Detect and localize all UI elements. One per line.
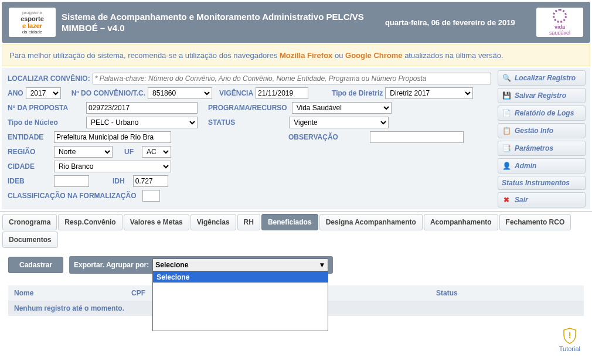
ideb-label: IDEB [8,177,52,185]
circle-icon [553,9,567,23]
dropdown-option[interactable]: Beneficiados (Ativos) x Núcleos/Subnúcle… [153,301,328,320]
classificacao-input[interactable] [142,190,160,202]
notice-prefix: Para melhor utilização do sistema, recom… [9,51,280,60]
tipo-nucleo-label: Tipo de Núcleo [8,118,84,127]
notice-browser2: Google Chrome [345,51,403,60]
tipo-nucleo-select[interactable]: PELC - Urbano [86,117,198,128]
btn-label: Status Instrumentos [502,179,570,187]
n-convenio-select[interactable]: 851860 [148,87,212,99]
btn-label: Parâmetros [515,144,553,152]
tab-rh[interactable]: RH [237,214,260,230]
logo-line: vida [554,24,565,30]
notice-suffix: atualizados na última versão. [403,51,503,60]
tab-resp-convenio[interactable]: Resp.Convênio [58,214,122,230]
logo-vida-saudavel: vida saudável [536,8,583,37]
shield-icon: ! [563,328,577,344]
programa-recurso-select[interactable]: Vida Saudável [292,102,392,114]
relatorio-logs-button[interactable]: 📄Relatório de Logs [498,106,586,121]
tab-vigencias[interactable]: Vigências [190,214,236,230]
tipo-diretriz-select[interactable]: Diretriz 2017 [385,87,473,99]
logo-line: e lazer [21,22,44,29]
idh-input[interactable] [133,175,168,187]
report-icon: 📄 [502,108,511,118]
notice-browser1: Mozilla Firefox [280,51,332,60]
dropdown-option[interactable]: Beneficiados (Ativos) x Núcleos/Subnúcle… [153,283,328,301]
localizar-convenio-input[interactable] [93,73,491,84]
observacao-label: OBSERVAÇÃO [288,133,338,141]
gestao-info-button[interactable]: 📋Gestão Info [498,123,586,138]
uf-select[interactable]: AC [142,146,171,158]
admin-icon: 👤 [502,161,511,171]
n-proposta-input[interactable] [86,102,198,114]
btn-label: Salvar Registro [515,91,566,100]
title-line2: MIMBOÉ – v4.0 [62,22,364,34]
empty-message: Nenhum registro até o momento. [14,304,124,312]
vigencia-input[interactable] [256,87,308,99]
dropdown-option[interactable]: Núcleos/Subnúcleos x Beneficiados [153,320,328,331]
dropdown-option[interactable]: Selecione [153,272,328,283]
status-instrumentos-button[interactable]: Status Instrumentos [498,176,586,190]
select-display: Selecione [155,261,188,269]
tutorial-label: Tutorial [559,345,580,352]
programa-recurso-label: PROGRAMA/RECURSO [208,104,287,112]
app-title: Sistema de Acompanhamento e Monitorament… [62,11,364,34]
sair-button[interactable]: ✖Sair [498,192,586,207]
cadastrar-button[interactable]: Cadastrar [8,257,63,273]
tutorial-link[interactable]: ! Tutorial [559,328,580,352]
exportar-dropdown: Selecione Beneficiados (Ativos) x Núcleo… [152,271,328,331]
header-left: programa esporte e lazer da cidade Siste… [9,8,364,37]
search-form-panel: LOCALIZAR CONVÊNIO: ANO 2017 Nº DO CONVÊ… [2,68,590,209]
ano-select[interactable]: 2017 [26,87,61,99]
exportar-select[interactable]: Selecione ▼ [152,258,328,271]
app-header: programa esporte e lazer da cidade Siste… [2,2,590,43]
status-label: STATUS [208,118,235,127]
localizar-registro-button[interactable]: 🔍Localizar Registro [498,70,586,86]
n-proposta-label: Nº DA PROPOSTA [8,104,84,112]
exportar-select-wrap: Selecione ▼ Selecione Beneficiados (Ativ… [152,258,328,271]
search-icon: 🔍 [502,73,511,83]
entidade-input[interactable] [54,131,171,143]
action-row: Cadastrar Exportar. Agrupar por: Selecio… [8,256,584,274]
entidade-label: ENTIDADE [8,133,52,141]
observacao-input[interactable] [370,131,464,143]
uf-label: UF [124,148,134,156]
btn-label: Admin [515,162,536,170]
cidade-select[interactable]: Rio Branco [54,161,171,172]
regiao-label: REGIÃO [8,148,52,156]
btn-label: Localizar Registro [515,74,576,82]
notice-middle: ou [332,51,345,60]
tab-documentos[interactable]: Documentos [2,232,58,248]
n-convenio-label: Nº DO CONVÊNIO/T.C. [72,89,145,97]
localizar-convenio-label: LOCALIZAR CONVÊNIO: [8,74,90,83]
idh-label: IDH [113,177,125,185]
regiao-select[interactable]: Norte [54,146,113,158]
exportar-label: Exportar. Agrupar por: [74,261,149,269]
vigencia-label: VIGÊNCIA [219,89,253,97]
btn-label: Relatório de Logs [515,109,574,117]
header-date: quarta-feira, 06 de fevereiro de 2019 [385,18,515,27]
tab-cronograma[interactable]: Cronograma [2,214,57,230]
parametros-button[interactable]: 📑Parâmetros [498,141,586,156]
logo-esporte-lazer: programa esporte e lazer da cidade [9,8,56,37]
col-nome: Nome [14,289,131,297]
tab-beneficiados[interactable]: Beneficiados [261,214,318,230]
ideb-input[interactable] [54,175,89,187]
save-icon: 💾 [502,91,511,100]
svg-text:!: ! [569,331,571,340]
tab-valores-metas[interactable]: Valores e Metas [124,214,189,230]
tipo-diretriz-label: Tipo de Diretriz [332,89,383,97]
close-icon: ✖ [502,195,511,205]
info-icon: 📋 [502,126,511,135]
logo-line: da cidade [21,29,44,35]
exportar-group: Exportar. Agrupar por: Selecione ▼ Selec… [69,256,333,274]
status-select[interactable]: Vigente [289,117,389,128]
title-line1: Sistema de Acompanhamento e Monitorament… [62,11,364,23]
browser-notice: Para melhor utilização do sistema, recom… [2,45,590,66]
tab-fechamento-rco[interactable]: Fechamento RCO [499,214,571,230]
tab-acompanhamento[interactable]: Acompanhamento [424,214,498,230]
gear-icon: 📑 [502,144,511,153]
admin-button[interactable]: 👤Admin [498,158,586,174]
tab-designa-acompanhamento[interactable]: Designa Acompanhamento [319,214,423,230]
salvar-registro-button[interactable]: 💾Salvar Registro [498,88,586,103]
logo-line: saudável [549,30,570,36]
